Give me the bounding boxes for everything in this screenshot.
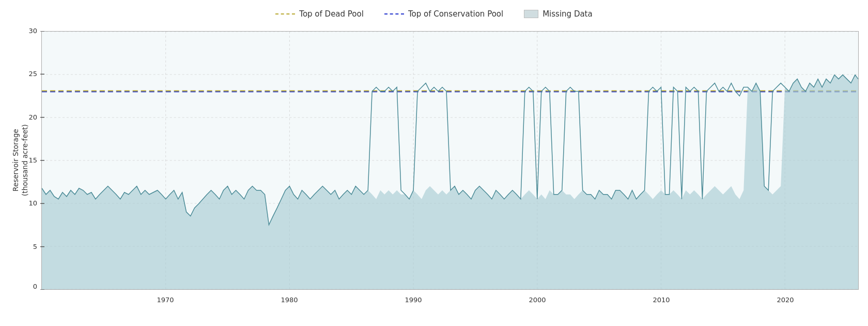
x-axis-labels: 1970 1980 1990 2000 2010 2020: [41, 296, 859, 312]
chart-container: Top of Dead Pool Top of Conservation Poo…: [0, 0, 868, 326]
y-tick-30: 30: [28, 27, 37, 35]
y-axis-labels: 30 25 20 15 10 5 0: [20, 31, 41, 290]
y-tick-10: 10: [28, 199, 37, 207]
conservation-pool-line-icon: [384, 13, 404, 14]
y-tick-15: 15: [28, 156, 37, 164]
missing-data-box-icon: [524, 10, 538, 18]
chart-svg: [42, 32, 858, 289]
x-tick-2020: 2020: [774, 296, 797, 304]
chart-legend: Top of Dead Pool Top of Conservation Poo…: [0, 0, 868, 23]
y-tick-5: 5: [33, 243, 37, 250]
y-tick-25: 25: [28, 70, 37, 78]
missing-data-label: Missing Data: [542, 9, 593, 19]
x-tick-1980: 1980: [278, 296, 301, 304]
chart-plot-area: [41, 31, 859, 290]
conservation-pool-label: Top of Conservation Pool: [408, 9, 503, 19]
x-tick-2000: 2000: [526, 296, 549, 304]
dead-pool-label: Top of Dead Pool: [299, 9, 364, 19]
y-tick-20: 20: [28, 113, 37, 121]
x-tick-1990: 1990: [402, 296, 425, 304]
y-tick-0: 0: [33, 283, 37, 290]
dead-pool-line-icon: [275, 13, 295, 14]
x-tick-1970: 1970: [154, 296, 177, 304]
legend-conservation-pool: Top of Conservation Pool: [384, 9, 503, 19]
legend-missing-data: Missing Data: [524, 9, 593, 19]
x-tick-2010: 2010: [650, 296, 673, 304]
legend-dead-pool: Top of Dead Pool: [275, 9, 364, 19]
